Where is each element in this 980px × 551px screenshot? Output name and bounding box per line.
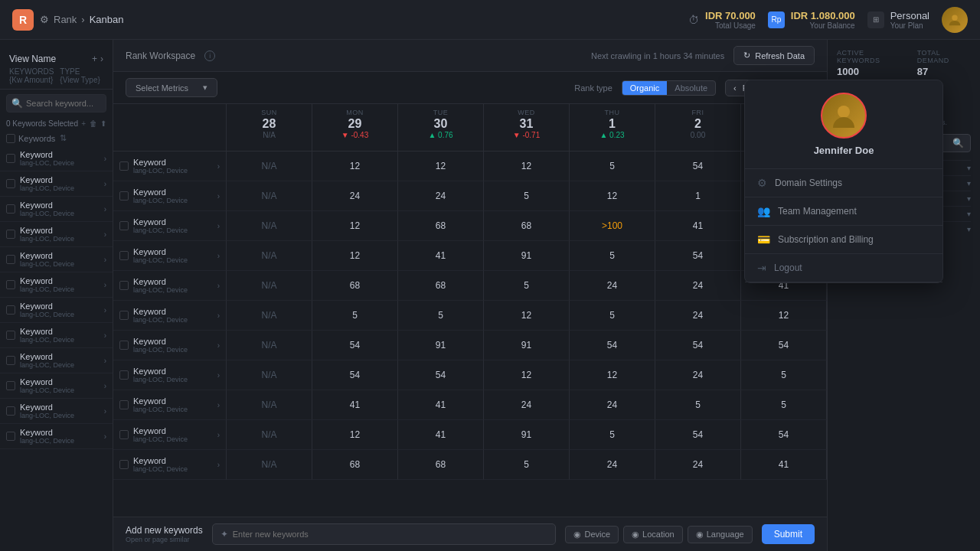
user-avatar[interactable] — [942, 7, 968, 33]
row-checkbox[interactable] — [119, 311, 129, 320]
sidebar-keyword-item[interactable]: Keyword lang-LOC, Device › — [0, 373, 113, 399]
cell-value: 54 — [350, 370, 360, 380]
data-row-label[interactable]: Keyword lang-LOC, Device › — [113, 271, 227, 301]
sidebar-keyword-item[interactable]: Keyword lang-LOC, Device › — [0, 424, 113, 449]
row-kw-meta: lang-LOC, Device — [133, 227, 213, 234]
location-pill[interactable]: ◉ Location — [623, 526, 683, 543]
new-keyword-input-wrap[interactable]: ✦ — [212, 523, 557, 545]
language-pill[interactable]: ◉ Language — [688, 526, 753, 543]
export-selected-icon[interactable]: ⬆ — [100, 119, 106, 128]
row-checkbox[interactable] — [119, 370, 129, 380]
svg-point-0 — [952, 15, 957, 20]
keyword-checkbox[interactable] — [6, 154, 15, 163]
submit-button[interactable]: Submit — [762, 524, 815, 544]
keyword-checkbox[interactable] — [6, 280, 15, 289]
data-cell: N/A — [227, 420, 312, 450]
row-checkbox[interactable] — [119, 281, 129, 290]
data-row-label[interactable]: Keyword lang-LOC, Device › — [113, 152, 227, 181]
data-row-label[interactable]: Keyword lang-LOC, Device › — [113, 181, 227, 211]
row-chevron-icon: › — [217, 222, 220, 230]
row-checkbox[interactable] — [119, 221, 129, 230]
keyword-search-input[interactable] — [26, 99, 101, 108]
data-cell: 91 — [398, 331, 484, 360]
row-kw-meta: lang-LOC, Device — [133, 346, 213, 354]
row-kw-info: Keyword lang-LOC, Device — [133, 367, 213, 383]
rank-organic-pill[interactable]: Organic — [622, 81, 668, 95]
row-kw-meta: lang-LOC, Device — [133, 376, 213, 383]
keyword-checkbox[interactable] — [6, 432, 15, 441]
dropdown-menu-item[interactable]: 👥 Team Management — [745, 197, 942, 226]
new-keyword-input[interactable] — [233, 530, 548, 539]
sort-icon[interactable]: ⇅ — [60, 133, 67, 143]
select-metrics-button[interactable]: Select Metrics ▾ — [126, 78, 217, 97]
select-all-checkbox[interactable] — [6, 134, 15, 143]
workspace-info-icon[interactable]: i — [204, 51, 215, 61]
sidebar-keyword-item[interactable]: Keyword lang-LOC, Device › — [0, 222, 113, 247]
sidebar-keyword-item[interactable]: Keyword lang-LOC, Device › — [0, 247, 113, 272]
row-kw-meta: lang-LOC, Device — [133, 286, 213, 294]
row-kw-info: Keyword lang-LOC, Device — [133, 217, 213, 234]
data-row-label[interactable]: Keyword lang-LOC, Device › — [113, 420, 227, 450]
rank-absolute-pill[interactable]: Absolute — [667, 81, 715, 95]
dropdown-menu-item[interactable]: ⚙ Domain Settings — [745, 169, 942, 197]
data-row-label[interactable]: Keyword lang-LOC, Device › — [113, 211, 227, 241]
sidebar-keyword-item[interactable]: Keyword lang-LOC, Device › — [0, 171, 113, 197]
sidebar-keyword-item[interactable]: Keyword lang-LOC, Device › — [0, 348, 113, 373]
keyword-name: Keyword — [20, 302, 100, 311]
row-checkbox[interactable] — [119, 400, 129, 409]
sidebar-keyword-item[interactable]: Keyword lang-LOC, Device › — [0, 197, 113, 222]
cell-value: 41 — [693, 220, 703, 231]
data-row-label[interactable]: Keyword lang-LOC, Device › — [113, 301, 227, 331]
view-actions[interactable]: + › — [92, 54, 103, 64]
keyword-checkbox[interactable] — [6, 356, 15, 365]
sidebar-keyword-item[interactable]: Keyword lang-LOC, Device › — [0, 399, 113, 424]
keyword-checkbox[interactable] — [6, 255, 15, 264]
data-row-label[interactable]: Keyword lang-LOC, Device › — [113, 390, 227, 420]
keyword-checkbox[interactable] — [6, 406, 15, 416]
data-cell: 12 — [398, 152, 484, 181]
keyword-search-box[interactable]: 🔍 — [6, 94, 106, 112]
keyword-checkbox[interactable] — [6, 381, 15, 390]
sidebar-keyword-item[interactable]: Keyword lang-LOC, Device › — [0, 272, 113, 298]
cell-value: 68 — [436, 280, 446, 291]
sidebar-keyword-item[interactable]: Keyword lang-LOC, Device › — [0, 146, 113, 171]
data-cell: 12 — [570, 181, 655, 211]
cell-value: 41 — [436, 250, 446, 261]
add-view-icon[interactable]: + — [92, 54, 97, 64]
row-checkbox[interactable] — [119, 341, 129, 350]
row-checkbox[interactable] — [119, 161, 129, 171]
sidebar-keyword-item[interactable]: Keyword lang-LOC, Device › — [0, 323, 113, 348]
keyword-meta: lang-LOC, Device — [20, 159, 100, 167]
row-kw-meta: lang-LOC, Device — [133, 167, 213, 174]
row-checkbox[interactable] — [119, 430, 129, 439]
logout-menu-item[interactable]: ⇥ Logout — [745, 254, 942, 282]
cell-value: 12 — [350, 220, 360, 231]
delete-selected-icon[interactable]: 🗑 — [90, 119, 97, 128]
day-number: 28 — [263, 116, 276, 131]
cell-value: 24 — [350, 191, 360, 201]
refresh-button[interactable]: ↻ Refresh Data — [733, 46, 815, 65]
add-selected-icon[interactable]: + — [81, 119, 86, 128]
data-row-label[interactable]: Keyword lang-LOC, Device › — [113, 360, 227, 390]
data-cell: 12 — [741, 301, 827, 331]
balance-amount: IDR 1.080.000 — [791, 10, 855, 21]
keyword-checkbox[interactable] — [6, 179, 15, 188]
data-row-label[interactable]: Keyword lang-LOC, Device › — [113, 241, 227, 271]
keyword-checkbox[interactable] — [6, 305, 15, 315]
row-checkbox[interactable] — [119, 460, 129, 469]
keyword-checkbox[interactable] — [6, 331, 15, 340]
data-row-label[interactable]: Keyword lang-LOC, Device › — [113, 450, 227, 480]
data-row-label[interactable]: Keyword lang-LOC, Device › — [113, 331, 227, 360]
cell-value: 12 — [436, 161, 446, 171]
row-checkbox[interactable] — [119, 251, 129, 260]
dropdown-menu-item[interactable]: 💳 Subscription and Billing — [745, 226, 942, 254]
data-cell: 54 — [312, 331, 398, 360]
row-checkbox[interactable] — [119, 191, 129, 201]
prev-date-arrow[interactable]: ‹ — [733, 83, 737, 93]
device-pill[interactable]: ◉ Device — [565, 526, 619, 543]
cell-value: N/A — [261, 370, 276, 380]
view-nav-icon[interactable]: › — [100, 54, 103, 64]
keyword-checkbox[interactable] — [6, 204, 15, 214]
keyword-checkbox[interactable] — [6, 230, 15, 239]
sidebar-keyword-item[interactable]: Keyword lang-LOC, Device › — [0, 298, 113, 323]
